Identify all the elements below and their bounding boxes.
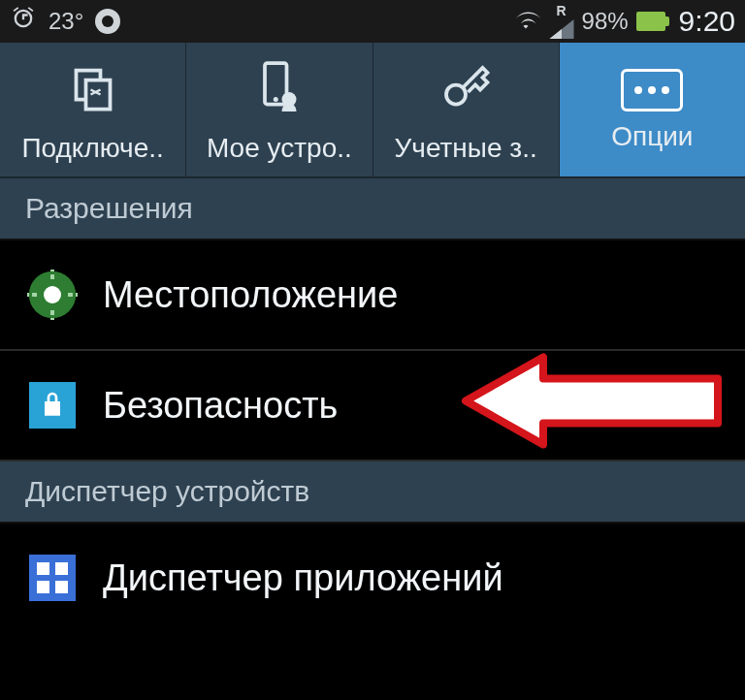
key-icon <box>437 58 495 123</box>
item-label: Диспетчер приложений <box>103 557 503 599</box>
tab-connections[interactable]: Подключе.. <box>0 43 186 176</box>
connections-icon <box>64 58 122 123</box>
section-device-manager: Диспетчер устройств <box>0 461 745 524</box>
tab-label: Учетные з.. <box>395 133 537 164</box>
tab-label: Подключе.. <box>21 133 163 164</box>
location-icon <box>25 268 80 322</box>
device-icon <box>250 58 308 123</box>
roaming-indicator: R <box>557 4 567 17</box>
status-bar: 23° R 98% 9:20 <box>0 0 745 43</box>
battery-percent: 98% <box>582 8 629 35</box>
arrow-annotation <box>456 348 728 463</box>
alarm-icon <box>10 5 37 38</box>
section-permissions: Разрешения <box>0 178 745 240</box>
record-icon <box>95 9 120 34</box>
section-title: Диспетчер устройств <box>25 475 309 507</box>
tab-options[interactable]: Опции <box>560 43 745 176</box>
tab-label: Опции <box>611 121 693 152</box>
item-app-manager[interactable]: Диспетчер приложений <box>0 524 745 632</box>
tab-accounts[interactable]: Учетные з.. <box>373 43 560 176</box>
wifi-icon <box>510 6 541 37</box>
signal-icon: R <box>549 4 574 39</box>
svg-point-3 <box>446 84 466 104</box>
clock: 9:20 <box>679 5 735 38</box>
item-label: Местоположение <box>103 274 398 316</box>
status-left: 23° <box>10 5 120 38</box>
status-right: R 98% 9:20 <box>510 4 735 39</box>
svg-point-1 <box>274 97 278 102</box>
section-title: Разрешения <box>25 192 193 224</box>
settings-tabs: Подключе.. Мое устро.. Учетные з.. Опции <box>0 43 745 178</box>
apps-icon <box>25 551 80 605</box>
lock-icon <box>25 378 80 432</box>
more-icon <box>621 69 683 111</box>
item-location[interactable]: Местоположение <box>0 240 745 351</box>
item-label: Безопасность <box>103 385 338 427</box>
tab-my-device[interactable]: Мое устро.. <box>186 43 372 176</box>
tab-label: Мое устро.. <box>207 133 352 164</box>
battery-icon <box>636 12 665 31</box>
item-security[interactable]: Безопасность <box>0 351 745 461</box>
temperature: 23° <box>49 8 83 35</box>
